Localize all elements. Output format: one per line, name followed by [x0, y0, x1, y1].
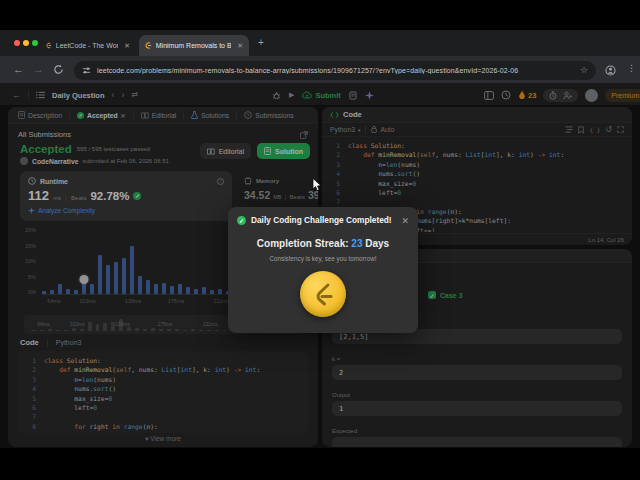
daily-challenge-modal: ✓ Daily Coding Challenge Completed! ✕ Co…	[228, 207, 418, 333]
tab-title: Minimum Removals to Balan	[156, 42, 231, 49]
browser-tab-problem[interactable]: Minimum Removals to Balan ✕	[139, 35, 249, 56]
url-text: leetcode.com/problems/minimum-removals-t…	[97, 67, 574, 74]
streak-value: 23	[351, 238, 362, 249]
browser-tabstrip: LeetCode - The World's Lea ✕ Minimum Rem…	[0, 30, 640, 56]
browser-toolbar: ← → leetcode.com/problems/minimum-remova…	[0, 56, 640, 84]
traffic-light-minimize[interactable]	[23, 40, 29, 46]
close-icon[interactable]: ✕	[124, 42, 130, 50]
leetcode-favicon	[145, 41, 152, 50]
close-icon[interactable]: ✕	[401, 216, 409, 226]
leetcode-coin-logo	[311, 281, 335, 307]
tab-title: LeetCode - The World's Lea	[56, 42, 118, 49]
url-bar[interactable]: leetcode.com/problems/minimum-removals-t…	[74, 61, 596, 80]
mouse-cursor	[312, 178, 322, 192]
new-tab-button[interactable]: +	[258, 38, 264, 48]
leetcode-favicon	[46, 41, 52, 50]
streak-coin	[300, 271, 346, 317]
screenshot-stage: LeetCode - The World's Lea ✕ Minimum Rem…	[0, 0, 640, 480]
reload-button[interactable]	[53, 64, 64, 75]
profile-icon[interactable]	[605, 65, 616, 76]
browser-tab-leetcode-home[interactable]: LeetCode - The World's Lea ✕	[40, 35, 136, 56]
site-info-icon[interactable]	[82, 66, 91, 75]
modal-title: Daily Coding Challenge Completed!	[251, 215, 392, 225]
traffic-light-zoom[interactable]	[32, 40, 38, 46]
modal-subtitle: Consistency is key, see you tomorrow!	[228, 255, 418, 262]
browser-menu-icon[interactable]: ⋮	[627, 64, 636, 73]
bookmark-star-icon[interactable]: ☆	[580, 66, 588, 75]
forward-button[interactable]: →	[33, 64, 44, 75]
browser-window: LeetCode - The World's Lea ✕ Minimum Rem…	[0, 30, 640, 448]
leetcode-page: ← Daily Question ‹ › ⇄ ▶ Submit	[0, 85, 640, 448]
completed-check-icon: ✓	[237, 216, 246, 225]
back-button[interactable]: ←	[13, 64, 24, 75]
close-icon[interactable]: ✕	[237, 42, 243, 50]
traffic-light-close[interactable]	[14, 40, 20, 46]
streak-line: Completion Streak: 23 Days	[228, 238, 418, 249]
